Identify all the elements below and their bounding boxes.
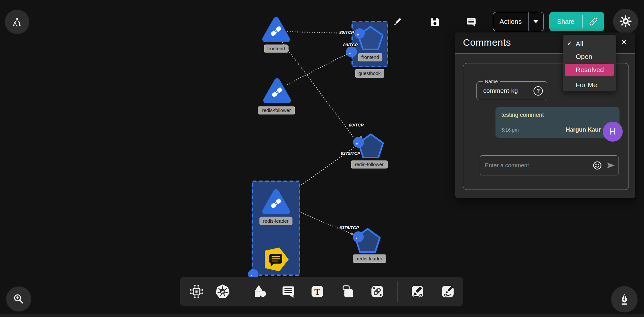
actions-button[interactable]: Actions <box>493 12 544 31</box>
connector-tool[interactable] <box>370 284 385 299</box>
edge-label-6379tcp-2: 6379/TCP <box>340 225 360 230</box>
edge-label-6379tcp-1: 6379/TCP <box>341 151 361 156</box>
svg-text:redis-leader: redis-leader <box>357 256 382 261</box>
pencil-tool[interactable] <box>440 284 456 299</box>
vector-pen-button[interactable] <box>611 286 638 312</box>
window-bottom-edge <box>0 314 644 317</box>
shape-toolbar: T <box>180 277 463 306</box>
port-dot <box>349 53 351 54</box>
pen-arrow-icon <box>410 284 425 299</box>
comment-bubble-icon <box>281 284 296 299</box>
comment-bubble-icon <box>466 16 477 28</box>
edge-redis-follower-svc-guestbook <box>288 53 348 84</box>
edge-label-80tcp-1: 80/TCP <box>339 30 354 35</box>
node-frontend-service[interactable]: frontend <box>264 20 288 52</box>
text-tool[interactable]: T <box>310 284 325 299</box>
comment-text: testing comment <box>501 112 544 118</box>
pencil-scribble-icon <box>440 284 456 299</box>
svg-text:frontend: frontend <box>361 54 379 60</box>
send-icon <box>606 161 616 170</box>
actions-dropdown-toggle[interactable] <box>529 12 544 31</box>
shapes-tool[interactable] <box>252 284 268 299</box>
node-redis-follower-service[interactable]: redis-follower <box>258 81 295 114</box>
filter-option-open[interactable]: Open <box>563 50 616 63</box>
check-icon: ✓ <box>567 40 572 47</box>
cpu-chip-icon <box>189 284 204 299</box>
edge-label-80tcp-2: 80/TCP <box>343 42 358 47</box>
comment-author: Hargun Kaur <box>566 126 601 133</box>
svg-text:T: T <box>314 287 321 297</box>
copy-link-button[interactable] <box>583 12 604 31</box>
comment-timestamp: 5:16 pm <box>501 127 519 133</box>
redis-leader-deployment-label: redis-leader <box>353 255 386 263</box>
filter-option-resolved[interactable]: Resolved <box>565 64 614 76</box>
save-button[interactable] <box>429 16 441 28</box>
gear-icon <box>619 14 632 28</box>
share-button[interactable]: Share <box>549 12 604 31</box>
frontend-service-label: frontend <box>264 45 288 52</box>
share-label: Share <box>549 12 582 31</box>
name-field-label: Name <box>483 79 500 84</box>
redis-leader-port-circle[interactable] <box>353 231 364 242</box>
comment-tool[interactable] <box>281 284 296 299</box>
pen-tool[interactable] <box>410 284 425 299</box>
frontend-port-circle-1[interactable] <box>354 28 365 39</box>
frontend-port-circle-2[interactable] <box>346 46 357 57</box>
node-redis-leader-deployment[interactable]: redis-leader <box>353 229 386 263</box>
frame-tool[interactable] <box>340 284 356 299</box>
port-dot <box>251 275 252 276</box>
comments-filter-menu: ✓ All Open Resolved For Me <box>563 35 616 91</box>
redis-leader-service-label: redis-leader <box>260 217 292 225</box>
redis-follower-deployment-label: redis-follower <box>351 161 388 168</box>
panel-title: Comments <box>463 37 511 48</box>
frame-icon <box>340 284 356 299</box>
settings-button[interactable] <box>613 9 638 34</box>
toolbar-divider <box>397 281 398 303</box>
emoji-button[interactable] <box>591 160 603 171</box>
hierarchy-tree-button[interactable] <box>5 10 29 34</box>
kubernetes-tool[interactable] <box>215 284 230 299</box>
redis-follower-port-circle[interactable] <box>353 137 364 148</box>
text-icon: T <box>310 284 325 299</box>
pen-nib-icon <box>617 292 631 306</box>
name-field-value: comment-kg <box>483 87 518 94</box>
filter-open-label: Open <box>576 53 592 61</box>
svg-text:redis-leader: redis-leader <box>263 218 288 224</box>
comment-input-wrapper <box>480 155 619 175</box>
smiley-icon <box>592 161 602 170</box>
edge-frontend-redis-follower <box>281 41 354 138</box>
comments-toggle-button[interactable] <box>465 16 477 28</box>
toolbar-divider <box>240 281 240 303</box>
save-floppy-icon <box>429 16 441 28</box>
actions-label: Actions <box>493 12 528 31</box>
custom-node-tool[interactable] <box>189 284 204 299</box>
guestbook-group-label: guestbook <box>355 69 384 78</box>
shapes-icon <box>252 284 268 299</box>
zoom-in-button[interactable] <box>6 286 31 312</box>
close-icon[interactable]: ✕ <box>619 37 630 48</box>
filter-for-me-label: For Me <box>576 81 597 89</box>
redis-follower-service-label: redis-follower <box>258 107 295 114</box>
node-redis-leader-group[interactable]: redis-leader <box>248 181 300 279</box>
svg-text:redis-follower: redis-follower <box>262 107 291 113</box>
name-field[interactable]: Name comment-kg ? <box>476 81 547 100</box>
edge-label-80tcp-3: 80/TCP <box>349 123 364 127</box>
connector-icon <box>370 284 385 299</box>
comment-item[interactable]: testing comment 5:16 pm Hargun Kaur H <box>495 107 620 138</box>
tree-icon <box>10 15 24 29</box>
send-comment-button[interactable] <box>605 160 617 171</box>
svg-text:redis-follower: redis-follower <box>355 162 383 167</box>
port-dot <box>356 238 357 239</box>
svg-text:frontend: frontend <box>267 46 285 51</box>
edit-button[interactable] <box>391 16 403 28</box>
filter-all-label: All <box>576 40 583 48</box>
frontend-deployment-label: frontend <box>358 53 382 61</box>
pencil-icon <box>391 16 403 28</box>
port-dot <box>356 143 358 145</box>
comment-input[interactable] <box>480 162 591 169</box>
chevron-down-icon <box>533 20 538 23</box>
filter-option-for-me[interactable]: For Me <box>563 79 616 91</box>
help-icon[interactable]: ? <box>533 86 543 96</box>
filter-option-all[interactable]: ✓ All <box>563 37 616 50</box>
avatar[interactable]: H <box>603 122 623 142</box>
